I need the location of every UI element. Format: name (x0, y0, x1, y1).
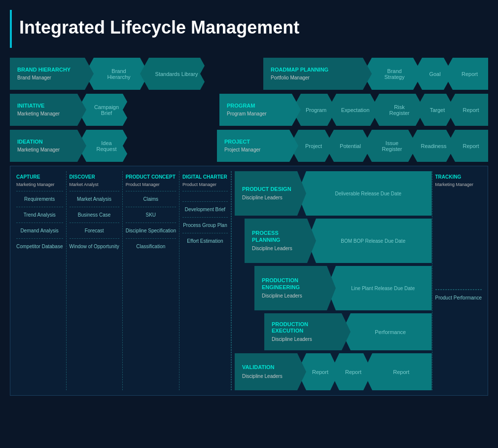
product-design-title: PRODUCT DESIGN (242, 186, 291, 192)
program-block: PROGRAM Program Manager (219, 94, 301, 126)
roadmap-brand-strategy-label: Brand Strategy (378, 68, 411, 80)
process-planning-block: PROCESS PLANNING Discipline Leaders (245, 219, 316, 263)
tracking-item[interactable]: Product Performance (435, 290, 482, 305)
discover-item2[interactable]: Business Case (70, 207, 119, 223)
process-planning-item-label: BOM BOP Release Due Date (336, 238, 410, 244)
tracking-title: TRACKING (435, 174, 482, 180)
production-execution-block: PRODUCTION EXECUTION Discipline Leaders (264, 313, 351, 350)
project-title: PROJECT (224, 139, 284, 145)
production-engineering-block: PRODUCTION ENGINEERING Discipline Leader… (254, 266, 336, 310)
product-concept-item1[interactable]: Claims (126, 191, 176, 207)
digital-charter-item4[interactable]: Effort Estimation (182, 233, 228, 249)
program-nav1-label: Program (306, 107, 326, 113)
digital-charter-item3[interactable]: Process Group Plan (182, 217, 228, 233)
capture-item2[interactable]: Trend Analysis (16, 207, 63, 223)
project-nav4-label: Readiness (421, 143, 447, 149)
discover-title: DISCOVER (70, 174, 119, 180)
brand-hierarchy-row: BRAND HIERARCHY Brand Manager Brand Hier… (10, 58, 488, 90)
bottom-section: CAPTURE Marketing Manager Requirements T… (10, 166, 488, 396)
capture-col: CAPTURE Marketing Manager Requirements T… (13, 171, 67, 390)
ideation-project-row: IDEATION Marketing Manager Idea Request … (10, 130, 488, 162)
validation-report2-label: Report (345, 369, 361, 375)
product-concept-col: PRODUCT CONCEPT Product Manager Claims S… (123, 171, 179, 390)
digital-charter-item2[interactable]: Development Brief (182, 201, 228, 217)
discover-item4[interactable]: Window of Opportunity (70, 238, 119, 254)
product-concept-header: PRODUCT CONCEPT Product Manager (126, 174, 176, 191)
program-sub: Program Manager (227, 111, 286, 117)
production-execution-item-label: Performance (375, 329, 406, 335)
project-nav1-label: Project (305, 143, 322, 149)
roadmap-title: ROADMAP PLANNING (271, 67, 357, 73)
product-concept-item4[interactable]: Classification (126, 238, 176, 254)
standards-library-nav: Standards Library (140, 58, 209, 90)
program-title: PROGRAM (227, 103, 286, 109)
capture-title: CAPTURE (16, 174, 63, 180)
validation-sub: Discipline Leaders (242, 373, 291, 379)
brand-hierarchy-title: BRAND HIERARCHY (17, 67, 79, 73)
production-engineering-title: PRODUCTION ENGINEERING (262, 277, 321, 290)
program-nav5[interactable]: Report (446, 94, 488, 126)
project-nav3-label: Issue Register (378, 140, 406, 152)
validation-report3[interactable]: Report (363, 353, 432, 390)
project-sub: Project Manager (224, 147, 284, 153)
tracking-header: TRACKING Marketing Manager (435, 174, 482, 187)
validation-report1-label: Report (312, 369, 328, 375)
product-design-block: PRODUCT DESIGN Discipline Leaders (235, 171, 306, 216)
tracking-sub: Marketing Manager (435, 182, 482, 187)
digital-charter-col: DIGITAL CHARTER Product Manager Developm… (179, 171, 231, 390)
process-planning-sub: Discipline Leaders (252, 245, 301, 252)
ideation-sub: Marketing Manager (17, 147, 71, 153)
product-design-sub: Discipline Leaders (242, 194, 291, 201)
program-nav2-label: Expectation (341, 107, 369, 113)
production-engineering-sub: Discipline Leaders (262, 293, 321, 299)
process-planning-item[interactable]: BOM BOP Release Due Date (307, 219, 432, 263)
capture-item1[interactable]: Requirements (16, 191, 63, 207)
brand-hierarchy-nav: Brand Hierarchy (85, 58, 149, 90)
product-concept-sub: Product Manager (126, 182, 176, 187)
initiative-title: INITIATIVE (17, 103, 71, 109)
roadmap-report-label: Report (462, 71, 478, 77)
digital-charter-sub: Product Manager (182, 182, 228, 187)
capture-item4[interactable]: Competitor Database (16, 238, 63, 254)
roadmap-goal-label: Goal (429, 71, 440, 77)
capture-header: CAPTURE Marketing Manager (16, 174, 63, 191)
product-concept-title: PRODUCT CONCEPT (126, 174, 176, 180)
validation-report3-label: Report (393, 369, 409, 375)
validation-row: VALIDATION Discipline Leaders Report Rep… (235, 353, 432, 390)
discover-sub: Market Analyst (70, 182, 119, 187)
roadmap-block: ROADMAP PLANNING Portfolio Manager (263, 58, 372, 90)
product-design-item-label: Deliverable Release Due Date (330, 191, 406, 196)
production-execution-row: PRODUCTION EXECUTION Discipline Leaders … (264, 313, 432, 350)
brand-hierarchy-link[interactable]: Brand Hierarchy (100, 68, 138, 80)
program-nav5-label: Report (462, 107, 479, 113)
discover-col: DISCOVER Market Analyst Market Analysis … (67, 171, 123, 390)
production-execution-item[interactable]: Performance (342, 313, 432, 350)
process-planning-row: PROCESS PLANNING Discipline Leaders BOM … (245, 219, 432, 263)
roadmap-sub: Portfolio Manager (271, 75, 357, 81)
project-nav2-label: Potential (340, 143, 361, 149)
brand-hierarchy-sub: Brand Manager (17, 75, 79, 81)
discover-item1[interactable]: Market Analysis (70, 191, 119, 207)
program-nav3-label: Risk Register (385, 104, 414, 116)
capture-item3[interactable]: Demand Analysis (16, 223, 63, 238)
project-nav5-label: Report (462, 143, 479, 149)
product-concept-item3[interactable]: Discipline Specification (126, 223, 176, 238)
project-nav5[interactable]: Report (446, 130, 488, 162)
digital-charter-item1 (182, 191, 228, 201)
production-engineering-item-label: Line Plant Release Due Date (346, 286, 420, 291)
standards-library-link[interactable]: Standards Library (155, 71, 198, 77)
product-design-row: PRODUCT DESIGN Discipline Leaders Delive… (235, 171, 432, 216)
production-engineering-item[interactable]: Line Plant Release Due Date (327, 266, 432, 310)
nested-right: PRODUCT DESIGN Discipline Leaders Delive… (231, 171, 432, 390)
product-design-item[interactable]: Deliverable Release Due Date (297, 171, 432, 216)
digital-charter-title: DIGITAL CHARTER (182, 174, 228, 180)
discover-item3[interactable]: Forecast (70, 223, 119, 238)
production-execution-title: PRODUCTION EXECUTION (272, 321, 336, 334)
production-engineering-row: PRODUCTION ENGINEERING Discipline Leader… (254, 266, 432, 310)
campaign-brief-label: Campaign Brief (92, 104, 121, 116)
roadmap-report[interactable]: Report (444, 58, 488, 90)
idea-request-label: Idea Request (92, 140, 121, 152)
brand-hierarchy-block: BRAND HIERARCHY Brand Manager (10, 58, 94, 90)
product-concept-item2[interactable]: SKU (126, 207, 176, 223)
validation-title: VALIDATION (242, 364, 291, 371)
